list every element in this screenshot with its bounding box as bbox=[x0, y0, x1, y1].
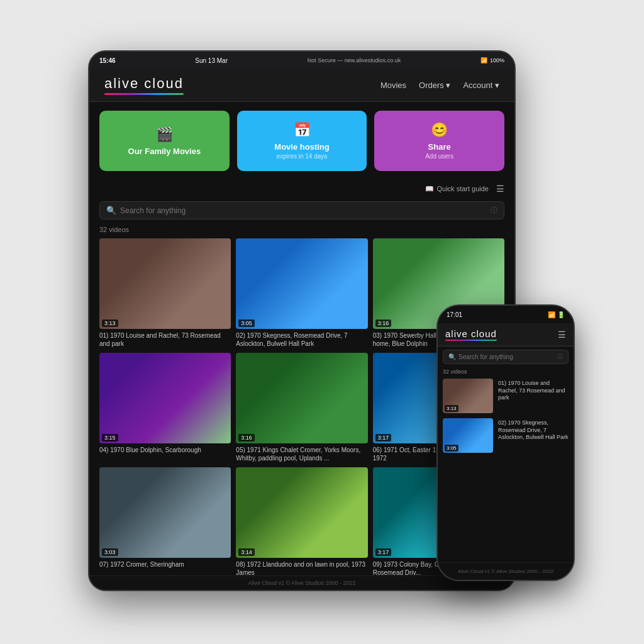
list-item[interactable]: 3:16 05) 1971 Kings Chalet Cromer, Yorks… bbox=[236, 353, 367, 462]
smile-icon: 😊 bbox=[431, 122, 448, 138]
phone-hamburger-icon[interactable]: ☰ bbox=[558, 330, 566, 340]
toolbar: 📖 Quick start guide ☰ bbox=[89, 180, 514, 197]
phone-search-icon: 🔍 bbox=[448, 353, 456, 360]
list-item[interactable]: 3:13 01) 1970 Louise and Rachel, 73 Rose… bbox=[99, 238, 231, 348]
phone-video-duration: 3:05 bbox=[445, 445, 458, 452]
phone-search-bar[interactable]: 🔍 ⓘ bbox=[443, 350, 569, 364]
thumbnail-4 bbox=[99, 353, 231, 443]
quick-start-label: Quick start guide bbox=[436, 185, 489, 192]
phone-footer-text: Alive Cloud v1 © Alive Studios 2000 - 20… bbox=[458, 569, 553, 574]
calendar-icon: 📅 bbox=[294, 122, 311, 138]
phone-video-title: 01) 1970 Louise and Rachel, 73 Rosemead … bbox=[498, 380, 569, 402]
video-title: 07) 1972 Cromer, Sheringham bbox=[99, 560, 231, 569]
info-icon: ⓘ bbox=[491, 206, 497, 215]
phone-logo-wrap: alive cloud bbox=[445, 328, 497, 341]
film-icon: 🎬 bbox=[156, 126, 173, 143]
thumbnail-8 bbox=[236, 467, 367, 558]
search-icon: 🔍 bbox=[106, 206, 116, 215]
video-duration: 3:03 bbox=[102, 548, 118, 556]
video-duration: 3:17 bbox=[375, 548, 392, 556]
phone-status-icons: 📶 🔋 bbox=[548, 311, 565, 318]
phone-status-bar: 17:01 📶 🔋 bbox=[438, 306, 574, 323]
tablet-url: Not Secure — new.alivestudios.co.uk bbox=[308, 57, 401, 64]
scene: 15:46 Sun 13 Mar Not Secure — new.alives… bbox=[0, 0, 644, 644]
battery-icon: 100% bbox=[490, 57, 504, 64]
nav-orders[interactable]: Orders ▾ bbox=[419, 80, 450, 90]
phone-time: 17:01 bbox=[447, 311, 462, 318]
phone-video-info: 01) 1970 Louise and Rachel, 73 Rosemead … bbox=[498, 379, 569, 413]
video-duration: 3:16 bbox=[238, 434, 255, 441]
book-icon: 📖 bbox=[425, 185, 434, 193]
video-duration: 3:17 bbox=[375, 434, 392, 441]
list-item[interactable]: 3:15 04) 1970 Blue Dolphin, Scarborough bbox=[99, 353, 231, 462]
video-duration: 3:16 bbox=[375, 319, 392, 327]
tablet-time: 15:46 bbox=[99, 57, 116, 64]
phone-logo: alive cloud bbox=[445, 328, 497, 339]
video-count: 32 videos bbox=[89, 223, 514, 236]
hero-cards: 🎬 Our Family Movies 📅 Movie hosting expi… bbox=[89, 102, 514, 180]
video-duration: 3:14 bbox=[238, 548, 255, 556]
video-title: 05) 1971 Kings Chalet Cromer, Yorks Moor… bbox=[236, 446, 367, 462]
hero-card-share[interactable]: 😊 Share Add users bbox=[374, 111, 504, 171]
phone-video-info: 02) 1970 Skegness, Rosemead Drive, 7 Asl… bbox=[498, 418, 569, 453]
phone-info-icon: ⓘ bbox=[557, 353, 563, 361]
hero-card-family-movies[interactable]: 🎬 Our Family Movies bbox=[99, 111, 230, 171]
list-item[interactable]: 3:13 01) 1970 Louise and Rachel, 73 Rose… bbox=[443, 379, 569, 413]
wifi-icon: 📶 bbox=[480, 57, 487, 64]
phone-footer: Alive Cloud v1 © Alive Studios 2000 - 20… bbox=[438, 562, 574, 580]
hamburger-icon[interactable]: ☰ bbox=[496, 184, 504, 194]
tablet-nav: alive cloud Movies Orders ▾ Account ▾ bbox=[89, 69, 514, 102]
hero-card-movie-hosting[interactable]: 📅 Movie hosting expires in 14 days bbox=[237, 111, 367, 171]
phone-device: 17:01 📶 🔋 alive cloud ☰ 🔍 ⓘ 32 videos bbox=[436, 304, 575, 581]
nav-links: Movies Orders ▾ Account ▾ bbox=[380, 80, 499, 90]
phone-logo-underline bbox=[445, 340, 497, 341]
video-duration: 3:05 bbox=[238, 319, 255, 327]
phone-search-input[interactable] bbox=[458, 353, 555, 360]
share-title: Share bbox=[428, 142, 451, 152]
video-duration: 3:15 bbox=[102, 434, 118, 441]
search-bar[interactable]: 🔍 ⓘ bbox=[99, 201, 504, 219]
phone-screen: alive cloud ☰ 🔍 ⓘ 32 videos 3:13 bbox=[438, 323, 574, 562]
tablet-date: Sun 13 Mar bbox=[195, 57, 228, 64]
movie-hosting-title: Movie hosting bbox=[274, 142, 329, 152]
list-item[interactable]: 3:05 02) 1970 Skegness, Rosemead Drive, … bbox=[236, 238, 367, 348]
video-title: 08) 1972 Llandudno and on lawn in pool, … bbox=[236, 560, 367, 575]
phone-video-title: 02) 1970 Skegness, Rosemead Drive, 7 Asl… bbox=[498, 419, 569, 441]
video-title: 02) 1970 Skegness, Rosemead Drive, 7 Asl… bbox=[236, 331, 367, 348]
nav-movies[interactable]: Movies bbox=[380, 80, 406, 90]
phone-thumbnail-1: 3:13 bbox=[443, 379, 493, 413]
phone-url-bar: Not Secure — new.alivestudios.co.uk bbox=[438, 580, 574, 581]
thumbnail-5 bbox=[236, 353, 367, 443]
list-item[interactable]: 3:03 07) 1972 Cromer, Sheringham bbox=[99, 467, 231, 575]
video-title: 01) 1970 Louise and Rachel, 73 Rosemead … bbox=[99, 331, 231, 348]
thumbnail-2 bbox=[236, 238, 367, 329]
video-duration: 3:13 bbox=[102, 319, 118, 327]
movie-hosting-sub: expires in 14 days bbox=[277, 153, 328, 160]
quick-start-guide[interactable]: 📖 Quick start guide bbox=[425, 185, 489, 193]
phone-video-count: 32 videos bbox=[438, 367, 574, 376]
family-movies-title: Our Family Movies bbox=[128, 147, 201, 156]
tablet-status-icons: 📶 100% bbox=[480, 57, 504, 64]
list-item[interactable]: 3:14 08) 1972 Llandudno and on lawn in p… bbox=[236, 467, 367, 575]
phone-video-duration: 3:13 bbox=[445, 405, 458, 412]
logo-underline bbox=[104, 93, 184, 95]
phone-video-list: 3:13 01) 1970 Louise and Rachel, 73 Rose… bbox=[438, 376, 574, 562]
thumbnail-7 bbox=[99, 467, 231, 558]
thumbnail-1 bbox=[99, 238, 231, 329]
tablet-logo: alive cloud bbox=[104, 75, 184, 95]
phone-nav: alive cloud ☰ bbox=[438, 323, 574, 347]
list-item[interactable]: 3:05 02) 1970 Skegness, Rosemead Drive, … bbox=[443, 418, 569, 453]
search-input[interactable] bbox=[120, 206, 487, 215]
share-sub: Add users bbox=[425, 153, 453, 160]
nav-account[interactable]: Account ▾ bbox=[463, 80, 499, 90]
tablet-status-bar: 15:46 Sun 13 Mar Not Secure — new.alives… bbox=[89, 52, 514, 69]
phone-thumbnail-2: 3:05 bbox=[443, 418, 493, 453]
video-title: 04) 1970 Blue Dolphin, Scarborough bbox=[99, 446, 231, 454]
